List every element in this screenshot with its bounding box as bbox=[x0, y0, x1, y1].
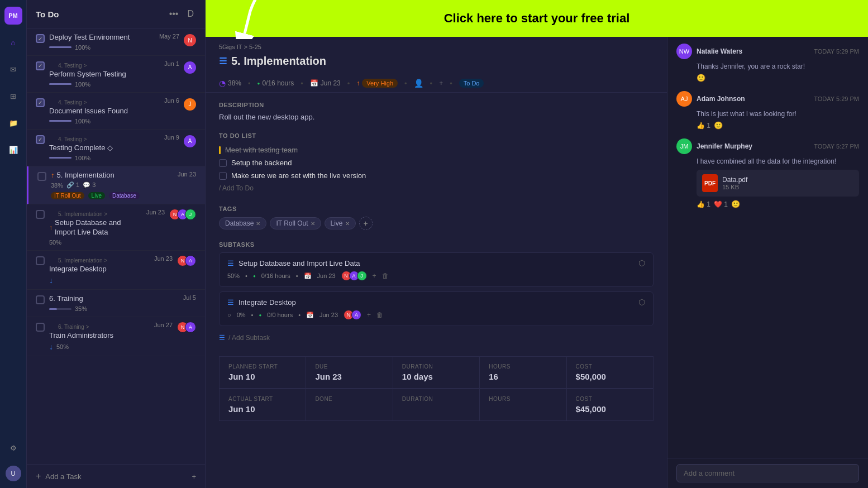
planned-start-label: PLANNED START bbox=[228, 363, 297, 370]
subtask-add-assignee-1[interactable]: + bbox=[373, 272, 376, 280]
reaction-heart-jennifer[interactable]: ❤️ 1 bbox=[714, 200, 728, 208]
subtask-hours-2: 0/0 hours bbox=[267, 312, 293, 318]
meta-assignee: 👤 bbox=[414, 79, 423, 88]
tag-it-roll-out: IT Roll Out bbox=[51, 192, 84, 199]
task-item-testing-complete[interactable]: 4. Testing > Testing Complete ◇ 100% Jun… bbox=[27, 130, 205, 166]
add-subtask-button[interactable]: ☰ / Add Subtask bbox=[219, 331, 654, 345]
sidebar-add-column-button[interactable]: D bbox=[185, 7, 196, 21]
todo-item-2[interactable]: Setup the backend bbox=[219, 156, 654, 169]
stat-due: DUE Jun 23 bbox=[306, 357, 393, 389]
comment-header-natalie: NW Natalie Waters TODAY 5:29 PM bbox=[676, 44, 859, 59]
task-checkbox-perform[interactable] bbox=[36, 61, 45, 70]
subtask-delete-2[interactable]: 🗑 bbox=[376, 311, 383, 319]
task-item-implementation[interactable]: ↑ 5. Implementation 38% 🔗 1 💬 3 IT Roll … bbox=[27, 166, 205, 205]
nav-inbox-icon[interactable]: ✉ bbox=[4, 60, 22, 78]
task-item-setup-database[interactable]: 5. Implementation > ↑ Setup Database and… bbox=[27, 204, 205, 251]
app-logo[interactable]: PM bbox=[4, 7, 22, 25]
sidebar-title: To Do bbox=[36, 9, 59, 19]
tag-pill-database[interactable]: Database ✕ bbox=[219, 217, 266, 229]
add-task-plus-icon[interactable]: + bbox=[192, 472, 196, 481]
subtask-open-button-1[interactable]: ⬡ bbox=[638, 259, 645, 267]
task-item-integrate-desktop[interactable]: 5. Implementation > Integrate Desktop ↓ … bbox=[27, 251, 205, 290]
task-checkbox-setup-db[interactable] bbox=[36, 210, 45, 219]
detail-title: ☰ 5. Implementation bbox=[219, 55, 654, 68]
task-detail-main: 5Gigs IT > 5-25 ☰ 5. Implementation ◔ 38… bbox=[206, 37, 667, 488]
task-name-perform: Perform System Testing bbox=[49, 70, 160, 79]
task-checkbox-training[interactable] bbox=[36, 295, 45, 304]
task-item-deploy-test[interactable]: Deploy Test Environment 100% May 27 N bbox=[27, 28, 205, 56]
comment-reactions-natalie: 🙂 bbox=[676, 74, 859, 82]
subtask-progress-circle-2: ○ bbox=[227, 312, 231, 318]
subtask-cal-icon-1: 📅 bbox=[304, 272, 312, 280]
add-task-button[interactable]: + Add a Task + bbox=[27, 464, 205, 488]
detail-meta-bar: ◔ 38% • ● 0/16 hours • 📅 Jun 23 • ↑ Very… bbox=[206, 74, 667, 93]
subtask-item-2[interactable]: ☰ Integrate Desktop ⬡ ○ 0% • ● 0/0 hours… bbox=[219, 291, 654, 326]
subtask-delete-1[interactable]: 🗑 bbox=[382, 272, 389, 280]
reaction-thumbs-jennifer[interactable]: 👍 1 bbox=[697, 200, 710, 208]
task-meta-testing-complete: 100% bbox=[49, 155, 160, 161]
add-todo-button[interactable]: / Add To Do bbox=[219, 182, 654, 194]
todo-item-3[interactable]: Make sure we are set with the live versi… bbox=[219, 169, 654, 182]
emoji-reaction-icon-natalie[interactable]: 🙂 bbox=[697, 74, 705, 82]
tag-remove-live[interactable]: ✕ bbox=[345, 221, 350, 227]
tag-live: Live bbox=[88, 192, 105, 199]
task-checkbox-document[interactable] bbox=[36, 98, 45, 107]
comment-input[interactable] bbox=[676, 464, 859, 482]
task-info-perform: 4. Testing > Perform System Testing 100% bbox=[49, 60, 160, 88]
tag-database: Database bbox=[109, 192, 140, 199]
nav-search-icon[interactable]: ⊞ bbox=[4, 87, 22, 105]
tag-pill-it-roll-out[interactable]: IT Roll Out ✕ bbox=[270, 217, 321, 229]
task-item-train-admins[interactable]: 6. Training > Train Administrators ↓ 50%… bbox=[27, 317, 205, 356]
tag-remove-database[interactable]: ✕ bbox=[256, 221, 260, 227]
todo-check-2[interactable] bbox=[219, 159, 227, 167]
task-item-document[interactable]: 4. Testing > Document Issues Found 100% … bbox=[27, 93, 205, 130]
task-progress-implementation: 38% bbox=[51, 182, 63, 189]
task-checkbox-testing-complete[interactable] bbox=[36, 135, 45, 144]
left-nav: PM ⌂ ✉ ⊞ 📁 📊 ⚙ U bbox=[0, 0, 27, 488]
stat-planned-start: PLANNED START Jun 10 bbox=[220, 357, 306, 389]
subtask-progress-1: 50% bbox=[227, 272, 240, 279]
emoji-reaction-icon-jennifer[interactable]: 🙂 bbox=[731, 200, 740, 208]
file-attachment-data-pdf[interactable]: PDF Data.pdf 15 KB bbox=[697, 170, 859, 197]
task-progress-training: 35% bbox=[75, 305, 87, 312]
task-checkbox-deploy[interactable] bbox=[36, 34, 45, 43]
main-content: Click here to start your free trial 5Gig… bbox=[206, 0, 868, 488]
todo-check-3[interactable] bbox=[219, 172, 227, 180]
due-value: Jun 23 bbox=[315, 372, 383, 381]
subtask-open-button-2[interactable]: ⬡ bbox=[638, 298, 645, 307]
user-avatar-bottom[interactable]: U bbox=[6, 466, 21, 481]
task-checkbox-integrate[interactable] bbox=[36, 256, 45, 265]
add-tag-button[interactable]: + bbox=[359, 217, 373, 230]
reaction-thumbs-adam[interactable]: 👍 1 bbox=[697, 122, 710, 130]
task-checkbox-train-admins[interactable] bbox=[36, 323, 45, 332]
stat-done: DONE bbox=[306, 389, 393, 421]
status-badge[interactable]: To Do bbox=[459, 79, 484, 88]
detail-breadcrumb: 5Gigs IT > 5-25 bbox=[219, 44, 654, 50]
todo-item-1[interactable]: Meet with testing team bbox=[219, 143, 654, 156]
nav-projects-icon[interactable]: 📁 bbox=[4, 114, 22, 132]
task-avatar-perform: A bbox=[184, 61, 196, 74]
task-info-implementation: ↑ 5. Implementation 38% 🔗 1 💬 3 IT Roll … bbox=[51, 171, 173, 200]
meta-add[interactable]: + bbox=[439, 79, 443, 87]
tag-pill-live[interactable]: Live ✕ bbox=[325, 217, 356, 229]
subtask-icon-2: ☰ bbox=[227, 298, 234, 307]
task-item-training[interactable]: 6. Training 35% Jul 5 bbox=[27, 290, 205, 317]
comment-adam: AJ Adam Johnson TODAY 5:29 PM This is ju… bbox=[676, 91, 859, 130]
trial-banner[interactable]: Click here to start your free trial bbox=[206, 0, 868, 37]
subtask-add-assignee-2[interactable]: + bbox=[367, 311, 371, 319]
nav-settings-icon[interactable]: ⚙ bbox=[4, 439, 22, 457]
sidebar-more-button[interactable]: ••• bbox=[167, 7, 181, 21]
task-progress-deploy: 100% bbox=[75, 44, 90, 51]
emoji-reaction-icon-adam[interactable]: 🙂 bbox=[714, 121, 723, 130]
actual-cost-label: COST bbox=[576, 396, 644, 402]
task-checkbox-implementation[interactable] bbox=[37, 172, 46, 181]
tag-remove-it-roll-out[interactable]: ✕ bbox=[311, 221, 315, 227]
nav-reports-icon[interactable]: 📊 bbox=[4, 141, 22, 159]
task-item-perform-system[interactable]: 4. Testing > Perform System Testing 100%… bbox=[27, 56, 205, 93]
subtask-item-1[interactable]: ☰ Setup Database and Import Live Data ⬡ … bbox=[219, 252, 654, 287]
task-meta-perform: 100% bbox=[49, 81, 160, 88]
priority-badge[interactable]: Very High bbox=[362, 79, 398, 88]
meta-due: 📅 Jun 23 bbox=[310, 79, 341, 87]
nav-home-icon[interactable]: ⌂ bbox=[4, 34, 22, 51]
task-progress-train-admins: 50% bbox=[56, 343, 69, 350]
